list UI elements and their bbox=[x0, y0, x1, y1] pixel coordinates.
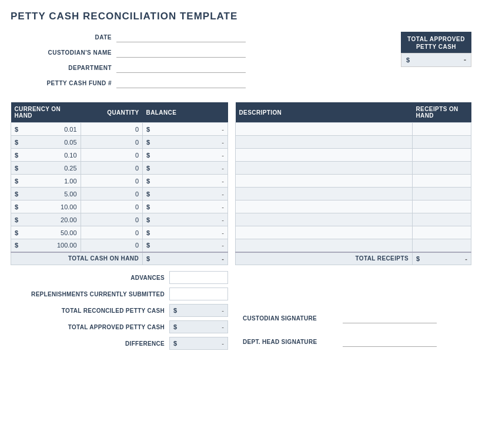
table-row: $ 0.05 0 $ - bbox=[11, 136, 228, 149]
table-row bbox=[236, 136, 471, 149]
header-area: DATE CUSTODIAN'S NAME DEPARTMENT PETTY C… bbox=[11, 32, 471, 93]
balance-cell: $ - bbox=[143, 175, 228, 188]
col-currency: CURRENCY ON HAND bbox=[11, 102, 81, 123]
quantity-cell: 0 bbox=[81, 136, 142, 149]
total-approved-calc-row: TOTAL APPROVED PETTY CASH $ - bbox=[11, 320, 243, 333]
currency-val: 0.01 bbox=[64, 126, 76, 133]
balance-dollar: $ bbox=[146, 216, 150, 223]
currency-dollar-cell: $ 100.00 bbox=[11, 239, 81, 252]
total-approved-dollar: $ bbox=[406, 56, 410, 63]
table-row: $ 50.00 0 $ - bbox=[11, 226, 228, 239]
balance-cell: $ - bbox=[143, 136, 228, 149]
currency-val: 0.10 bbox=[64, 152, 76, 159]
balance-cell: $ - bbox=[143, 149, 228, 162]
difference-row: DIFFERENCE $ - bbox=[11, 337, 243, 350]
quantity-cell: 0 bbox=[81, 213, 142, 226]
department-input[interactable] bbox=[116, 62, 246, 73]
balance-dollar: $ bbox=[146, 190, 150, 198]
table-row bbox=[236, 226, 471, 239]
total-cash-amount: - bbox=[222, 255, 224, 262]
currency-dollar: $ bbox=[15, 203, 18, 210]
table-row: $ 10.00 0 $ - bbox=[11, 200, 228, 213]
col-receipts: RECEIPTS ON HAND bbox=[413, 102, 471, 123]
receipts-cell bbox=[413, 239, 471, 252]
custodian-label: CUSTODIAN'S NAME bbox=[11, 49, 116, 56]
balance-dollar: $ bbox=[146, 165, 150, 172]
table-row: $ 20.00 0 $ - bbox=[11, 213, 228, 226]
fund-row: PETTY CASH FUND # bbox=[11, 78, 401, 88]
col-description: DESCRIPTION bbox=[236, 102, 413, 123]
quantity-cell: 0 bbox=[81, 175, 142, 188]
replenishments-label: REPLENISHMENTS CURRENTLY SUBMITTED bbox=[11, 291, 169, 297]
total-receipts-label: TOTAL RECEIPTS bbox=[236, 252, 413, 265]
right-table-wrap: DESCRIPTION RECEIPTS ON HAND bbox=[235, 102, 471, 265]
table-row: $ 0.10 0 $ - bbox=[11, 149, 228, 162]
currency-table: CURRENCY ON HAND QUANTITY BALANCE $ 0.01… bbox=[11, 102, 228, 265]
col-balance: BALANCE bbox=[143, 102, 228, 123]
header-fields: DATE CUSTODIAN'S NAME DEPARTMENT PETTY C… bbox=[11, 32, 401, 93]
table-row bbox=[236, 188, 471, 200]
receipts-cell bbox=[413, 149, 471, 162]
balance-dollar: $ bbox=[146, 229, 150, 236]
currency-dollar-cell: $ 0.25 bbox=[11, 162, 81, 175]
dept-head-sig-line bbox=[343, 336, 437, 347]
receipts-cell bbox=[413, 188, 471, 200]
replenishments-row: REPLENISHMENTS CURRENTLY SUBMITTED bbox=[11, 287, 243, 300]
main-section: CURRENCY ON HAND QUANTITY BALANCE $ 0.01… bbox=[11, 102, 471, 265]
description-cell bbox=[236, 188, 413, 200]
balance-cell: $ - bbox=[143, 213, 228, 226]
quantity-cell: 0 bbox=[81, 200, 142, 213]
table-row bbox=[236, 175, 471, 188]
balance-cell: $ - bbox=[143, 226, 228, 239]
date-label: DATE bbox=[11, 34, 116, 41]
dept-head-sig-row: DEPT. HEAD SIGNATURE bbox=[243, 336, 471, 347]
balance-cell: $ - bbox=[143, 200, 228, 213]
table-row bbox=[236, 123, 471, 136]
currency-val: 1.00 bbox=[64, 178, 76, 185]
total-approved-calc-label: TOTAL APPROVED PETTY CASH bbox=[11, 324, 169, 330]
replenishments-input[interactable] bbox=[169, 287, 228, 300]
total-receipts-amount: - bbox=[465, 255, 467, 262]
currency-dollar-cell: $ 10.00 bbox=[11, 200, 81, 213]
receipts-table: DESCRIPTION RECEIPTS ON HAND bbox=[235, 102, 471, 265]
date-input[interactable] bbox=[116, 32, 246, 42]
table-row bbox=[236, 239, 471, 252]
total-approved-header: TOTAL APPROVED PETTY CASH bbox=[401, 32, 471, 53]
bottom-section: ADVANCES REPLENISHMENTS CURRENTLY SUBMIT… bbox=[11, 271, 471, 353]
balance-val: - bbox=[222, 178, 224, 185]
total-reconciled-dollar: $ bbox=[173, 307, 177, 314]
balance-val: - bbox=[222, 190, 224, 198]
dept-head-sig-label: DEPT. HEAD SIGNATURE bbox=[243, 339, 337, 345]
advances-input[interactable] bbox=[169, 271, 228, 284]
quantity-cell: 0 bbox=[81, 226, 142, 239]
quantity-cell: 0 bbox=[81, 188, 142, 200]
receipts-cell bbox=[413, 162, 471, 175]
currency-dollar: $ bbox=[15, 152, 18, 159]
difference-value: - bbox=[179, 340, 224, 347]
currency-val: 20.00 bbox=[61, 216, 77, 223]
fund-label: PETTY CASH FUND # bbox=[11, 80, 116, 86]
receipts-cell bbox=[413, 123, 471, 136]
currency-dollar-cell: $ 0.10 bbox=[11, 149, 81, 162]
description-cell bbox=[236, 226, 413, 239]
balance-dollar: $ bbox=[146, 242, 150, 249]
currency-dollar-cell: $ 1.00 bbox=[11, 175, 81, 188]
description-cell bbox=[236, 239, 413, 252]
table-row bbox=[236, 200, 471, 213]
quantity-cell: 0 bbox=[81, 239, 142, 252]
custodian-sig-line bbox=[343, 313, 437, 323]
balance-val: - bbox=[222, 216, 224, 223]
total-reconciled-row: TOTAL RECONCILED PETTY CASH $ - bbox=[11, 304, 243, 317]
department-row: DEPARTMENT bbox=[11, 62, 401, 73]
receipts-cell bbox=[413, 175, 471, 188]
custodian-input[interactable] bbox=[116, 47, 246, 58]
balance-val: - bbox=[222, 242, 224, 249]
quantity-cell: 0 bbox=[81, 149, 142, 162]
custodian-row: CUSTODIAN'S NAME bbox=[11, 47, 401, 58]
table-row: $ 5.00 0 $ - bbox=[11, 188, 228, 200]
currency-dollar-cell: $ 50.00 bbox=[11, 226, 81, 239]
balance-val: - bbox=[222, 229, 224, 236]
fund-input[interactable] bbox=[116, 78, 246, 88]
total-cash-label: TOTAL CASH ON HAND bbox=[11, 252, 143, 265]
balance-cell: $ - bbox=[143, 162, 228, 175]
